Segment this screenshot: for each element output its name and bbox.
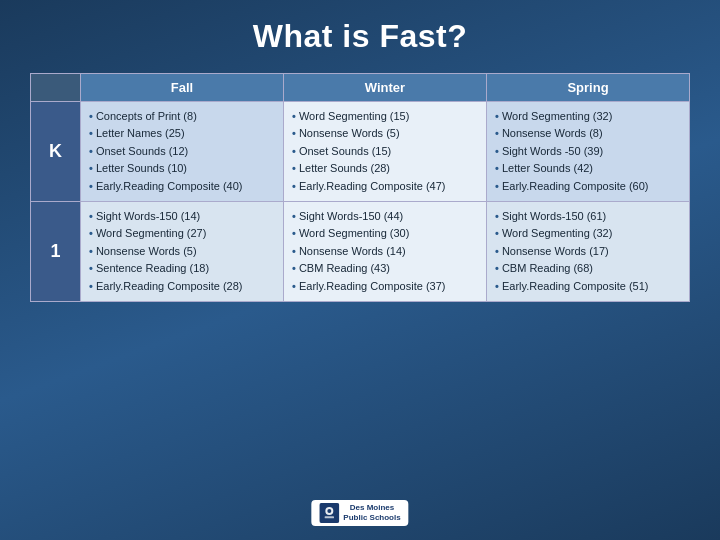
page-title: What is Fast? (253, 18, 468, 55)
table-row: 1Sight Words-150 (14)Word Segmenting (27… (31, 201, 690, 301)
logo-area: Des MoinesPublic Schools (311, 500, 408, 526)
des-moines-logo-icon (319, 503, 339, 523)
list-item: CBM Reading (68) (495, 260, 681, 277)
winter-header: Winter (284, 74, 487, 102)
grade-cell: 1 (31, 201, 81, 301)
table-row: KConcepts of Print (8)Letter Names (25)O… (31, 102, 690, 202)
list-item: Word Segmenting (30) (292, 225, 478, 242)
list-item: Letter Sounds (42) (495, 160, 681, 177)
list-item: Letter Names (25) (89, 125, 275, 142)
grade-cell: K (31, 102, 81, 202)
logo-box: Des MoinesPublic Schools (311, 500, 408, 526)
list-item: Letter Sounds (28) (292, 160, 478, 177)
list-item: Nonsense Words (5) (89, 243, 275, 260)
list-item: Early.Reading Composite (47) (292, 178, 478, 195)
list-item: Word Segmenting (32) (495, 108, 681, 125)
page-container: What is Fast? Fall Winter Spring KConcep… (0, 0, 720, 540)
spring-cell-grade-1: Sight Words-150 (61)Word Segmenting (32)… (487, 201, 690, 301)
table-header-row: Fall Winter Spring (31, 74, 690, 102)
list-item: Sight Words-150 (44) (292, 208, 478, 225)
grade-header (31, 74, 81, 102)
list-item: Letter Sounds (10) (89, 160, 275, 177)
svg-rect-2 (325, 516, 334, 518)
svg-point-3 (327, 509, 331, 513)
list-item: Early.Reading Composite (28) (89, 278, 275, 295)
list-item: Early.Reading Composite (37) (292, 278, 478, 295)
fall-cell-grade-K: Concepts of Print (8)Letter Names (25)On… (81, 102, 284, 202)
list-item: Word Segmenting (32) (495, 225, 681, 242)
list-item: Sight Words -50 (39) (495, 143, 681, 160)
spring-cell-grade-K: Word Segmenting (32)Nonsense Words (8)Si… (487, 102, 690, 202)
fall-header: Fall (81, 74, 284, 102)
winter-cell-grade-K: Word Segmenting (15)Nonsense Words (5)On… (284, 102, 487, 202)
spring-header: Spring (487, 74, 690, 102)
list-item: CBM Reading (43) (292, 260, 478, 277)
list-item: Onset Sounds (15) (292, 143, 478, 160)
list-item: Sight Words-150 (14) (89, 208, 275, 225)
list-item: Word Segmenting (15) (292, 108, 478, 125)
list-item: Sentence Reading (18) (89, 260, 275, 277)
list-item: Nonsense Words (14) (292, 243, 478, 260)
list-item: Early.Reading Composite (40) (89, 178, 275, 195)
fall-cell-grade-1: Sight Words-150 (14)Word Segmenting (27)… (81, 201, 284, 301)
list-item: Word Segmenting (27) (89, 225, 275, 242)
list-item: Nonsense Words (5) (292, 125, 478, 142)
list-item: Onset Sounds (12) (89, 143, 275, 160)
list-item: Concepts of Print (8) (89, 108, 275, 125)
fast-table: Fall Winter Spring KConcepts of Print (8… (30, 73, 690, 302)
list-item: Nonsense Words (17) (495, 243, 681, 260)
winter-cell-grade-1: Sight Words-150 (44)Word Segmenting (30)… (284, 201, 487, 301)
list-item: Early.Reading Composite (51) (495, 278, 681, 295)
list-item: Early.Reading Composite (60) (495, 178, 681, 195)
main-table-wrapper: Fall Winter Spring KConcepts of Print (8… (30, 73, 690, 302)
list-item: Sight Words-150 (61) (495, 208, 681, 225)
list-item: Nonsense Words (8) (495, 125, 681, 142)
logo-text: Des MoinesPublic Schools (343, 503, 400, 522)
